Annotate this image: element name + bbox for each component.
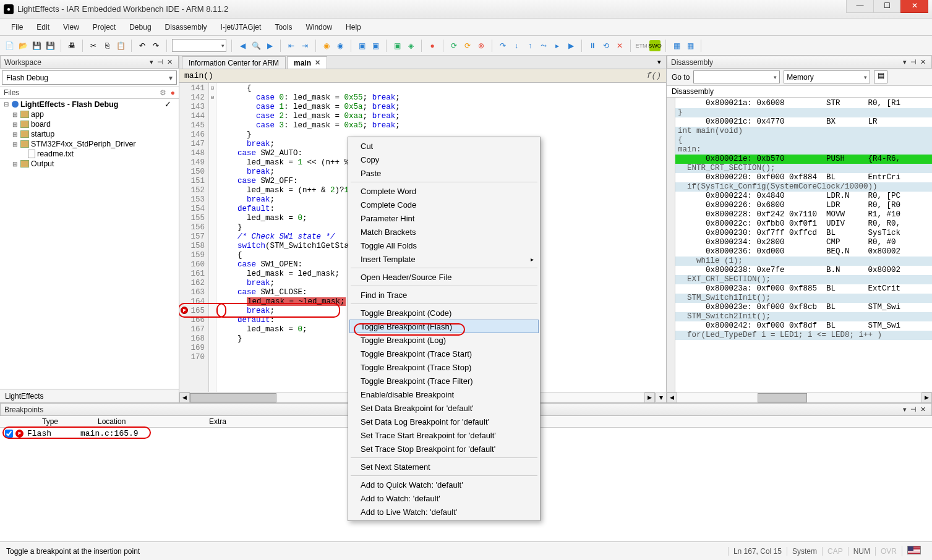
new-icon[interactable]: 📄: [4, 40, 15, 51]
step-into-icon[interactable]: ↓: [511, 40, 522, 51]
ctx-add-watch[interactable]: Add to Watch: 'default': [349, 491, 539, 505]
ctx-find-trace[interactable]: Find in Trace: [349, 288, 539, 302]
minimize-button[interactable]: —: [846, 0, 874, 13]
menu-debug[interactable]: Debug: [123, 20, 157, 34]
etm-icon[interactable]: ETM: [636, 40, 647, 51]
saveall-icon[interactable]: 💾: [45, 40, 56, 51]
ctx-complete-word[interactable]: Complete Word: [349, 184, 539, 198]
ctx-data-bp[interactable]: Set Data Breakpoint for 'default': [349, 401, 539, 415]
run-cursor-icon[interactable]: ▸: [552, 40, 563, 51]
pin-icon[interactable]: ⊣: [155, 58, 165, 66]
print-icon[interactable]: 🖶: [66, 40, 77, 51]
file-tree[interactable]: ⊟LightEffects - Flash Debug✓ ⊞app ⊞board…: [0, 98, 179, 389]
compile-icon[interactable]: ▣: [391, 40, 403, 51]
go-icon[interactable]: ⟳: [448, 40, 460, 51]
pin-icon[interactable]: ⊣: [908, 58, 918, 66]
pause-icon[interactable]: ⏸: [587, 40, 598, 51]
ctx-datalog-bp[interactable]: Set Data Log Breakpoint for 'default': [349, 415, 539, 428]
menu-file[interactable]: File: [5, 20, 29, 34]
bp-blue-icon[interactable]: ◉: [335, 40, 346, 51]
dropdown-icon[interactable]: ▾: [901, 405, 908, 414]
gear-icon[interactable]: ⚙: [160, 88, 166, 97]
run-icon[interactable]: ▶: [565, 40, 576, 51]
bp-enable-checkbox[interactable]: [5, 430, 13, 438]
workspace-tab[interactable]: LightEffects: [0, 389, 179, 402]
ctx-insert-template[interactable]: Insert Template: [349, 252, 539, 266]
dropdown-icon[interactable]: ▾: [901, 58, 908, 66]
build-icon[interactable]: ◈: [405, 40, 416, 51]
ctx-next-stmt[interactable]: Set Next Statement: [349, 460, 539, 473]
cut-icon[interactable]: ✂: [88, 40, 99, 51]
stop-icon[interactable]: ⊗: [476, 40, 487, 51]
ctx-quick-watch[interactable]: Add to Quick Watch: 'default': [349, 478, 539, 491]
nav-back-icon[interactable]: ◀: [237, 40, 248, 51]
menu-ijet[interactable]: I-jet/JTAGjet: [215, 20, 268, 34]
reset-icon[interactable]: ⟲: [601, 40, 612, 51]
trace-a-icon[interactable]: ▦: [671, 40, 682, 51]
restart-icon[interactable]: ⟳: [462, 40, 473, 51]
paste-icon[interactable]: 📋: [115, 40, 126, 51]
ctx-bp-tstart[interactable]: Toggle Breakpoint (Trace Start): [349, 347, 539, 360]
find-icon[interactable]: 🔍: [250, 40, 262, 51]
fx-icon[interactable]: f(): [647, 71, 661, 80]
next-stmt-icon[interactable]: ⤳: [538, 40, 549, 51]
memory-combo[interactable]: Memory: [784, 70, 870, 83]
ctx-bp-tstop[interactable]: Toggle Breakpoint (Trace Stop): [349, 360, 539, 374]
trace-b-icon[interactable]: ▦: [685, 40, 696, 51]
menu-edit[interactable]: Edit: [30, 20, 56, 34]
red-dot-icon[interactable]: ●: [171, 88, 175, 97]
step-out-icon[interactable]: ↑: [524, 40, 536, 51]
ctx-live-watch[interactable]: Add to Live Watch: 'default': [349, 505, 539, 519]
ctx-complete-code[interactable]: Complete Code: [349, 198, 539, 211]
ctx-bp-tfilter[interactable]: Toggle Breakpoint (Trace Filter): [349, 374, 539, 388]
close-button[interactable]: ✕: [900, 0, 928, 13]
ctx-bp-code[interactable]: Toggle Breakpoint (Code): [349, 306, 539, 320]
redo-icon[interactable]: ↷: [150, 40, 161, 51]
ctx-copy[interactable]: Copy: [349, 153, 539, 166]
swo-icon[interactable]: SWO: [649, 40, 661, 51]
undo-icon[interactable]: ↶: [137, 40, 148, 51]
ctx-trace-stop-bp[interactable]: Set Trace Stop Breakpoint for 'default': [349, 442, 539, 456]
tab-dropdown-icon[interactable]: ▾: [652, 56, 666, 69]
find-combo[interactable]: [172, 39, 226, 52]
breakpoint-marker[interactable]: F: [181, 307, 188, 314]
tab-info-center[interactable]: Information Center for ARM: [182, 56, 286, 69]
maximize-button[interactable]: ☐: [873, 0, 901, 13]
lang-flag-icon[interactable]: [902, 546, 926, 556]
close-tab-icon[interactable]: ✕: [315, 59, 320, 67]
close-panel-icon[interactable]: ✕: [918, 58, 928, 66]
save-icon[interactable]: 💾: [31, 40, 42, 51]
ctx-open-header[interactable]: Open Header/Source File: [349, 270, 539, 284]
halt-icon[interactable]: ✕: [614, 40, 625, 51]
step-over-icon[interactable]: ↷: [497, 40, 508, 51]
menu-window[interactable]: Window: [299, 20, 338, 34]
tab-main[interactable]: main✕: [287, 56, 327, 69]
disasm-btn[interactable]: ▤: [874, 70, 887, 83]
ctx-trace-start-bp[interactable]: Set Trace Start Breakpoint for 'default': [349, 428, 539, 442]
menu-help[interactable]: Help: [340, 20, 367, 34]
ctx-bp-log[interactable]: Toggle Breakpoint (Log): [349, 333, 539, 347]
bookmark-toggle-icon[interactable]: ⇥: [299, 40, 310, 51]
menu-project[interactable]: Project: [87, 20, 122, 34]
ctx-match-brackets[interactable]: Match Brackets: [349, 225, 539, 239]
tool-b-icon[interactable]: ▣: [370, 40, 381, 51]
ctx-bp-flash[interactable]: Toggle Breakpoint (Flash): [349, 320, 539, 333]
nav-fwd-icon[interactable]: ▶: [264, 40, 275, 51]
disasm-hscroll[interactable]: ◀ ▶: [667, 392, 932, 402]
bookmark-prev-icon[interactable]: ⇤: [286, 40, 297, 51]
ctx-param-hint[interactable]: Parameter Hint: [349, 211, 539, 225]
menu-disassembly[interactable]: Disassembly: [159, 20, 213, 34]
tool-a-icon[interactable]: ▣: [356, 40, 367, 51]
dropdown-icon[interactable]: ▾: [148, 58, 155, 66]
ctx-bp-enable[interactable]: Enable/disable Breakpoint: [349, 388, 539, 401]
ctx-toggle-folds[interactable]: Toggle All Folds: [349, 239, 539, 252]
ctx-cut[interactable]: Cut: [349, 139, 539, 153]
pin-icon[interactable]: ⊣: [908, 405, 918, 414]
copy-icon[interactable]: ⎘: [101, 40, 113, 51]
menu-tools[interactable]: Tools: [268, 20, 298, 34]
close-panel-icon[interactable]: ✕: [918, 405, 928, 414]
goto-combo[interactable]: [693, 70, 780, 83]
open-icon[interactable]: 📂: [17, 40, 28, 51]
config-combo[interactable]: Flash Debug: [2, 70, 177, 85]
ctx-paste[interactable]: Paste: [349, 166, 539, 180]
